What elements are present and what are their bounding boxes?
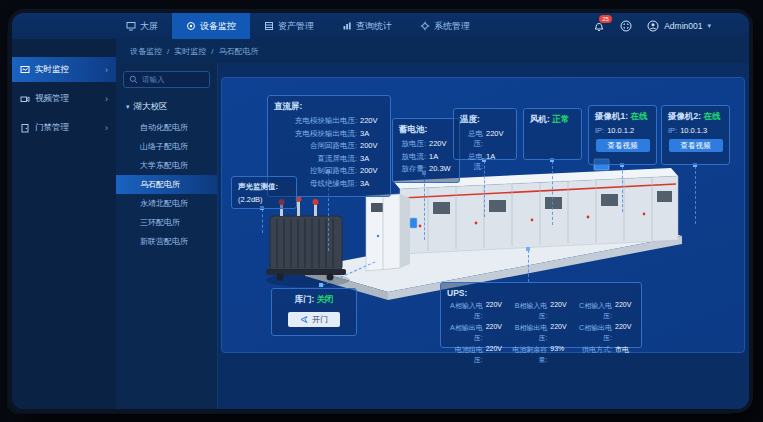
field-label: 电池剩余容量: [512,345,548,365]
camera1-status: 在线 [630,111,647,121]
card-title: UPS: [447,288,635,298]
tree-item-station[interactable]: 山络子配电所 [116,137,217,156]
ip-value: 10.0.1.2 [607,126,634,135]
caret-down-icon: ▾ [126,103,130,111]
field-label: 放电压: [401,139,426,149]
top-nav: 大屏 设备监控 资产管理 查询统计 [12,13,749,39]
field-label: 直流屏电流: [317,154,357,164]
field-value: 220V [550,301,570,321]
screen-icon [126,21,136,31]
nav-tab-device-monitor[interactable]: 设备监控 [172,13,250,39]
view-video-button[interactable]: 查看视频 [669,139,723,152]
field-label: 控制回路电压: [310,166,357,176]
camera2-status: 在线 [703,111,720,121]
field-value: 3A [360,154,384,163]
sidebar-item-label: 实时监控 [35,64,100,76]
field-label: A相输出电压: [447,323,483,343]
door-status: 关闭 [317,294,334,304]
field-value: 220V [615,323,635,343]
field-label: 电池组电压: [447,345,483,365]
breadcrumb-item[interactable]: 设备监控 [130,46,162,57]
app-window: 大屏 设备监控 资产管理 查询统计 [12,13,749,409]
field-label: A相输入电压: [447,301,483,321]
fullscreen-icon[interactable] [620,20,632,32]
nav-tabs: 大屏 设备监控 资产管理 查询统计 [112,13,484,39]
field-label: B相输出电压: [512,323,548,343]
stats-icon [342,21,352,31]
monitor-icon [186,21,196,31]
breadcrumb-separator: / [211,47,213,56]
user-avatar-icon [647,20,659,32]
camera2-card: 摄像机2: 在线 IP:10.0.1.3 查看视频 [661,105,730,165]
field-label: 充电模块输出电流: [295,129,357,139]
connector-dot [319,283,323,287]
ups-grid: A相输入电压:220V B相输入电压:220V C相输入电压:220V A相输出… [447,301,635,365]
breadcrumb-item: 乌石配电所 [218,46,258,57]
ups-card: UPS: A相输入电压:220V B相输入电压:220V C相输入电压:220V… [440,282,642,348]
connector-line [424,174,425,240]
field-value: 220V [360,116,384,125]
tree-item-station[interactable]: 自动化配电所 [116,118,217,137]
connector-line [622,166,623,212]
card-title: 声光监测值: [238,182,290,192]
field-value: 200V [360,166,384,175]
field-value: 93% [550,345,570,365]
tree-item-station[interactable]: 新联营配电所 [116,232,217,251]
field-value: 220V [615,301,635,321]
card-title: 摄像机1: 在线 [595,111,650,123]
chevron-right-icon: › [105,94,108,104]
sidebar-item-label: 门禁管理 [35,122,100,134]
search-input[interactable] [142,75,202,84]
ip-value: 10.0.1.3 [680,126,707,135]
chevron-right-icon: › [105,65,108,75]
nav-right-cluster: 25 Admin001 ▾ [593,13,749,39]
field-value: 20.3W [429,164,453,173]
gear-icon [420,21,430,31]
tree-item-station[interactable]: 三环配电所 [116,213,217,232]
field-label: 放存量: [401,164,426,174]
sidebar-item-video-management[interactable]: 视频管理 › [12,86,116,111]
field-label: 充电模块输出电压: [295,116,357,126]
user-menu[interactable]: Admin001 ▾ [647,20,711,32]
field-label: B相输入电压: [512,301,548,321]
connector-line [695,166,696,224]
card-title: 蓄电池: [399,124,453,136]
field-value: 220V [486,345,506,365]
view-video-button[interactable]: 查看视频 [596,139,650,152]
tree-root-node[interactable]: ▾ 湖大校区 [116,98,217,118]
field-value: 3A [360,129,384,138]
field-value: 220V [486,301,506,321]
nav-tab-system[interactable]: 系统管理 [406,13,484,39]
door-open-icon [300,315,309,324]
nav-tab-statistics[interactable]: 查询统计 [328,13,406,39]
connector-line [528,250,529,282]
breadcrumb: 设备监控 / 实时监控 / 乌石配电所 [116,39,749,63]
asset-icon [264,21,274,31]
notification-bell-icon[interactable]: 25 [593,20,605,32]
field-label: C相输出电压: [576,323,612,343]
tree-search [123,71,210,88]
tree-item-station[interactable]: 大学东配电所 [116,156,217,175]
field-value: 220V [486,129,510,138]
sidebar-item-access-control[interactable]: 门禁管理 › [12,115,116,140]
nav-tab-assets[interactable]: 资产管理 [250,13,328,39]
connector-line [262,209,263,233]
field-label: 供电方式: [582,345,612,365]
sidebar: 实时监控 › 视频管理 › 门禁管理 › [12,39,116,409]
search-icon [129,75,138,84]
ip-label: IP: [595,126,604,135]
open-door-button[interactable]: 开门 [288,312,340,327]
field-label: 放电流: [401,152,426,162]
nav-tab-dashboard[interactable]: 大屏 [112,13,172,39]
breadcrumb-item[interactable]: 实时监控 [174,46,206,57]
field-value: 市电 [615,345,635,365]
field-value: 220V [486,323,506,343]
video-camera-icon [20,94,30,104]
tree-item-station-selected[interactable]: 乌石配电所 [116,175,217,194]
nav-tab-label: 资产管理 [278,20,314,33]
field-value: 1A [486,152,510,161]
card-title: 温度: [460,114,510,126]
tree-item-station[interactable]: 永靖北配电所 [116,194,217,213]
field-value: 200V [360,141,384,150]
sidebar-item-realtime-monitor[interactable]: 实时监控 › [12,57,116,82]
